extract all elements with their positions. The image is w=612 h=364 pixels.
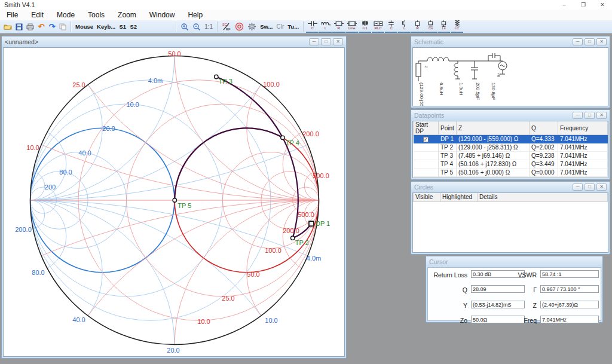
column-highlighted[interactable]: Highlighted <box>440 193 478 201</box>
impedance-grid-label: 200.0 <box>302 130 319 137</box>
point-label: TP 5 <box>178 202 191 209</box>
chart-window-titlebar[interactable]: <unnamed> ─ □ ✕ <box>2 36 346 47</box>
menu-mode[interactable]: Mode <box>50 10 81 20</box>
cursor-titlebar[interactable]: Cursor <box>426 256 602 267</box>
clear-button[interactable]: Clr <box>274 21 286 32</box>
coupled-button[interactable]: LC <box>451 20 463 33</box>
testpoint-marker[interactable] <box>291 236 295 240</box>
series-l-button[interactable]: L <box>319 20 332 33</box>
point-label: DP 1 <box>316 220 330 227</box>
menu-file[interactable]: File <box>0 10 25 20</box>
z-field[interactable]: (2.40+j67.39)Ω <box>540 301 599 308</box>
shunt-r-button[interactable]: R <box>411 20 424 33</box>
table-row[interactable]: ✓DP 1(129.000 - j559.000) ΩQ=4.3337.041M… <box>414 135 608 143</box>
datapoints-close-icon[interactable]: ✕ <box>596 112 607 119</box>
target-icon[interactable] <box>233 21 246 32</box>
admittance-grid-label: 200.0 <box>15 226 32 233</box>
shunt-ls-button[interactable]: Ls <box>437 20 450 33</box>
series-inductor-value: 6.8uH <box>439 82 444 96</box>
vswr-field[interactable]: 58.74 :1 <box>540 270 599 278</box>
column-details[interactable]: Details <box>478 193 608 201</box>
circles-titlebar[interactable]: Circles ─ □ ✕ <box>411 182 610 192</box>
redo-icon[interactable]: ↷ <box>47 21 57 32</box>
load-name: Z <box>424 66 428 68</box>
cursor-body: Return Loss Q Y Zo 0.30 dB 28.09 (0.53-j… <box>427 267 601 321</box>
shunt-cs-button[interactable]: Cs <box>424 20 437 33</box>
freq-field[interactable]: 7.041MHz <box>540 316 599 323</box>
testpoint-marker[interactable] <box>173 198 176 202</box>
gamma-field[interactable]: 0.967 / 73.100 ° <box>540 285 599 293</box>
testpoint-marker[interactable] <box>281 136 284 139</box>
app-close-button[interactable]: ✕ <box>593 0 612 10</box>
circles-maximize-icon[interactable]: □ <box>585 183 595 191</box>
admittance-grid-label: 10.0 <box>265 317 277 324</box>
schematic-close-icon[interactable]: ✕ <box>596 38 607 45</box>
app-minimize-button[interactable]: – <box>555 0 574 10</box>
copy-icon[interactable] <box>57 21 68 32</box>
table-row[interactable]: TP 4(50.106 + j172.830) ΩQ=3.4497.041MHz <box>414 160 608 169</box>
circles-minimize-icon[interactable]: ─ <box>573 183 583 191</box>
table-row[interactable]: TP 5(50.106 + j0.000) ΩQ=0.0007.041MHz <box>414 169 608 177</box>
smith-chart[interactable]: DP 1TP 2TP 3TP 4TP 550.025.010.0100.0200… <box>4 48 345 357</box>
gamma-label: Γ <box>495 286 537 293</box>
table-row[interactable]: TP 3(7.485 + j69.146) ΩQ=9.2387.041MHz <box>414 152 608 160</box>
schematic-minimize-icon[interactable]: ─ <box>573 38 583 45</box>
schematic-maximize-icon[interactable]: □ <box>585 38 595 45</box>
chart-close-icon[interactable]: ✕ <box>333 38 343 45</box>
series-inductor-symbol <box>427 57 449 61</box>
menu-tools[interactable]: Tools <box>81 10 111 20</box>
app-window-buttons: – ❐ ✕ <box>555 0 612 10</box>
impedance-grid-label: 50.0 <box>247 271 259 278</box>
rlc-button[interactable]: RLC <box>372 20 384 33</box>
table-row[interactable]: TP 2(129.000 - j258.311) ΩQ=2.0027.041MH… <box>414 143 608 152</box>
zoom-1to1-button[interactable]: 1:1 <box>203 21 215 32</box>
column-start-dp[interactable]: Start DP <box>414 121 439 135</box>
column-visible[interactable]: Visible <box>414 193 440 201</box>
zoom-in-icon[interactable] <box>179 21 191 32</box>
mouse-button[interactable]: Mouse <box>74 21 95 32</box>
testpoint-marker[interactable] <box>215 75 218 78</box>
line-button[interactable]: Line <box>345 20 358 33</box>
datapoint-marker[interactable] <box>309 221 314 226</box>
circles-panel: Circles ─ □ ✕ Visible Highlighted Detail… <box>411 181 610 255</box>
menu-window[interactable]: Window <box>143 10 182 20</box>
sweep-button[interactable]: Sw... <box>258 21 274 32</box>
circles-title: Circles <box>414 183 433 191</box>
undo-icon[interactable]: ↶ <box>36 21 47 32</box>
gear-icon[interactable] <box>246 21 258 32</box>
column-point[interactable]: Point <box>439 121 457 135</box>
datapoints-minimize-icon[interactable]: ─ <box>573 112 583 119</box>
circles-close-icon[interactable]: ✕ <box>596 183 607 191</box>
start-dp-checkbox[interactable]: ✓ <box>423 137 429 142</box>
tune-button[interactable]: Tu... <box>286 21 301 32</box>
open-icon[interactable] <box>2 21 14 32</box>
chart-minimize-icon[interactable]: ─ <box>309 38 319 45</box>
s2-button[interactable]: S2 <box>128 21 139 32</box>
save-icon[interactable] <box>14 21 25 32</box>
column-q[interactable]: Q <box>530 121 558 135</box>
transformer-button[interactable]: n:1 <box>359 20 371 33</box>
menu-zoom[interactable]: Zoom <box>111 10 143 20</box>
s1-button[interactable]: S1 <box>117 21 128 32</box>
series-c-button[interactable]: C <box>306 20 319 33</box>
column-z[interactable]: Z <box>457 121 530 135</box>
menu-edit[interactable]: Edit <box>25 10 50 20</box>
chart-maximize-icon[interactable]: □ <box>321 38 331 45</box>
schematic-titlebar[interactable]: Schematic ─ □ ✕ <box>411 36 610 47</box>
print-icon[interactable] <box>25 21 36 32</box>
column-frequency[interactable]: Frequency <box>558 121 608 135</box>
component-label: Cs <box>429 27 433 30</box>
shunt-c-button[interactable]: C <box>385 20 397 33</box>
datapoints-maximize-icon[interactable]: □ <box>585 112 595 119</box>
datapoints-titlebar[interactable]: Datapoints ─ □ ✕ <box>411 110 610 120</box>
chart-window-title: <unnamed> <box>5 38 38 45</box>
menu-help[interactable]: Help <box>181 10 209 20</box>
app-restore-button[interactable]: ❐ <box>574 0 593 10</box>
toolbar-separator <box>176 22 176 32</box>
shunt-l-button[interactable]: L <box>398 20 411 33</box>
series-r-button[interactable]: R <box>332 20 345 33</box>
zoom-out-icon[interactable] <box>191 21 203 32</box>
sc-rf-icon[interactable]: SCRF <box>220 21 233 32</box>
keyboard-button[interactable]: Keyb... <box>95 21 117 32</box>
app-titlebar: Smith V4.1 – ❐ ✕ <box>0 0 612 10</box>
